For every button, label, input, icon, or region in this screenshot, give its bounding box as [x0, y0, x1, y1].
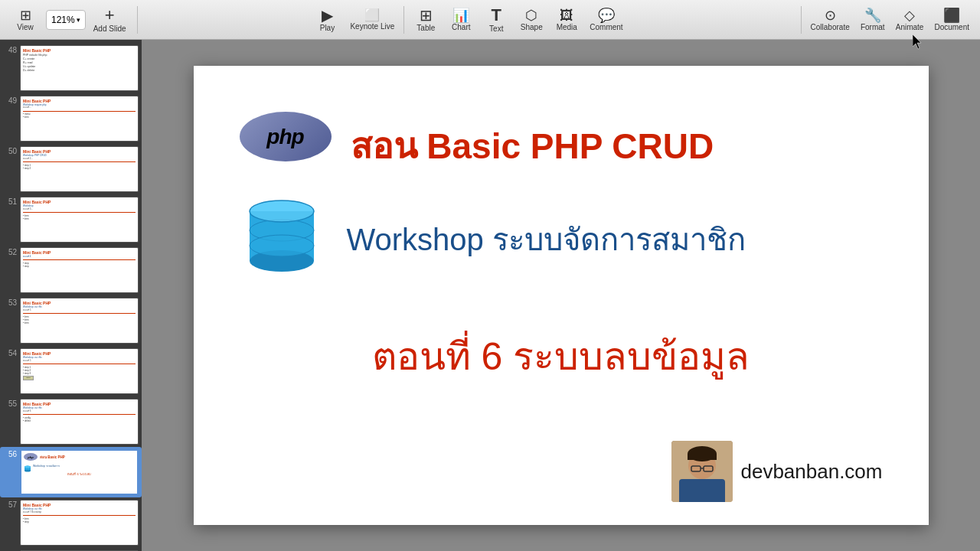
- database-icon: [240, 196, 324, 280]
- separator-3: [801, 6, 802, 34]
- slide-panel[interactable]: 48 Mini Basic PHP PHP include file.phpC+…: [0, 40, 142, 551]
- avatar-area: devbanban.com: [671, 441, 882, 502]
- slide-number-48: 48: [3, 45, 17, 54]
- slide-number-53: 53: [3, 298, 17, 307]
- separator-1: [137, 6, 138, 34]
- add-slide-label: Add Slide: [93, 24, 126, 33]
- shape-label: Shape: [521, 23, 543, 31]
- toolbar: ⊞ View 121% ▾ + Add Slide ▶ Play ⬜ Keyno…: [0, 0, 980, 40]
- svg-rect-18: [688, 454, 717, 460]
- slide-item-52[interactable]: 52 Mini Basic PHP ตอนที่ 4 • step• step: [0, 245, 142, 295]
- text-button[interactable]: T Text: [479, 5, 513, 34]
- comment-icon: 💬: [598, 8, 615, 22]
- slide-thumbnail-48: Mini Basic PHP PHP include file.phpC+ cr…: [20, 45, 139, 91]
- slide-item-55[interactable]: 55 Mini Basic PHP Workshop: สมาชิก ตอนที…: [0, 396, 142, 447]
- keynote-live-icon: ⬜: [364, 9, 380, 21]
- comment-button[interactable]: 💬 Comment: [585, 7, 627, 33]
- keynote-live-button[interactable]: ⬜ Keynote Live: [345, 8, 399, 32]
- separator-2: [403, 6, 404, 34]
- shape-button[interactable]: ⬡ Shape: [514, 7, 548, 33]
- chart-label: Chart: [452, 23, 470, 31]
- media-label: Media: [557, 23, 577, 31]
- slide-item-53[interactable]: 53 Mini Basic PHP Workshop: สมาชิก ตอนที…: [0, 295, 142, 346]
- svg-rect-15: [679, 479, 725, 502]
- text-icon: T: [492, 7, 501, 24]
- collaborate-label: Collaborate: [811, 23, 850, 31]
- slide-item-56[interactable]: 56 php สอน Basic PHP: [0, 447, 142, 497]
- document-label: Document: [934, 23, 969, 31]
- episode-text: ตอนที่ 6 ระบบลบข้อมูล: [270, 326, 852, 386]
- slide-number-51: 51: [3, 197, 17, 206]
- shape-icon: ⬡: [525, 8, 537, 22]
- main-area: 48 Mini Basic PHP PHP include file.phpC+…: [0, 40, 980, 551]
- slide-number-54: 54: [3, 348, 17, 357]
- slide-item-54[interactable]: 54 Mini Basic PHP Workshop: สมาชิก ตอนที…: [0, 346, 142, 396]
- slide-canvas[interactable]: php สอน Basic PHP CRUD: [142, 40, 980, 551]
- slide-number-56: 56: [3, 449, 17, 458]
- slide-thumbnail-50: Mini Basic PHP Workshop: PHP CRUD ตอนที่…: [20, 146, 139, 192]
- play-icon: ▶: [322, 8, 333, 23]
- slide-thumbnail-57: Mini Basic PHP Workshop: สมาชิก ตอนที่ 7…: [20, 500, 139, 546]
- document-button[interactable]: ⬛ Document: [929, 7, 974, 33]
- slide-title: สอน Basic PHP CRUD: [351, 118, 714, 174]
- slide-number-52: 52: [3, 247, 17, 256]
- media-icon: 🖼: [560, 8, 573, 22]
- workshop-text: Workshop ระบบจัดการสมาชิก: [347, 215, 746, 264]
- site-name: devbanban.com: [740, 460, 882, 484]
- keynote-live-label: Keynote Live: [350, 22, 394, 31]
- slide-thumbnail-51: Mini Basic PHP Workshop ตอนที่ 3... • it…: [20, 197, 139, 243]
- slide-item-49[interactable]: 49 Mini Basic PHP Workshop: require php …: [0, 93, 142, 144]
- slide-number-57: 57: [3, 500, 17, 509]
- slide-thumbnail-55: Mini Basic PHP Workshop: สมาชิก ตอนที่ 6…: [20, 399, 139, 445]
- slide-number-49: 49: [3, 96, 17, 105]
- comment-label: Comment: [590, 23, 622, 31]
- text-label: Text: [489, 24, 503, 33]
- avatar-image: [671, 441, 733, 502]
- slide-item-50[interactable]: 50 Mini Basic PHP Workshop: PHP CRUD ตอน…: [0, 144, 142, 194]
- animate-icon: ◇: [904, 8, 915, 22]
- view-label: View: [17, 23, 34, 31]
- table-button[interactable]: ⊞ Table: [409, 6, 443, 34]
- slide-thumbnail-49: Mini Basic PHP Workshop: require php ตอน…: [20, 96, 139, 142]
- chart-button[interactable]: 📊 Chart: [444, 7, 478, 33]
- table-icon: ⊞: [420, 8, 433, 23]
- slide-number-55: 55: [3, 399, 17, 408]
- slide-main: php สอน Basic PHP CRUD: [194, 66, 929, 525]
- zoom-value: 121%: [51, 15, 75, 25]
- format-button[interactable]: 🔧 Format: [856, 7, 890, 33]
- add-slide-icon: +: [105, 7, 115, 24]
- chart-icon: 📊: [452, 8, 469, 22]
- collaborate-icon: ⊙: [825, 8, 836, 22]
- format-icon: 🔧: [864, 8, 881, 22]
- slide-item-57[interactable]: 57 Mini Basic PHP Workshop: สมาชิก ตอนที…: [0, 497, 142, 548]
- format-label: Format: [861, 23, 885, 31]
- zoom-button[interactable]: 121% ▾: [46, 10, 86, 30]
- animate-button[interactable]: ◇ Animate: [891, 7, 929, 33]
- play-label: Play: [320, 24, 335, 32]
- svg-point-4: [24, 466, 31, 468]
- php-logo: php: [240, 112, 332, 165]
- document-icon: ⬛: [943, 8, 960, 22]
- slide-number-50: 50: [3, 146, 17, 155]
- view-icon: ⊞: [20, 8, 31, 22]
- animate-label: Animate: [896, 23, 924, 31]
- slide-item-48[interactable]: 48 Mini Basic PHP PHP include file.phpC+…: [0, 43, 142, 93]
- play-button[interactable]: ▶ Play: [310, 6, 344, 34]
- zoom-chevron: ▾: [77, 16, 80, 24]
- table-label: Table: [416, 24, 435, 32]
- slide-thumbnail-53: Mini Basic PHP Workshop: สมาชิก ตอนที่ 5…: [20, 298, 139, 344]
- slide-thumbnail-52: Mini Basic PHP ตอนที่ 4 • step• step: [20, 247, 139, 293]
- slide-thumbnail-56: php สอน Basic PHP: [20, 449, 139, 495]
- collaborate-button[interactable]: ⊙ Collaborate: [806, 7, 854, 33]
- add-slide-button[interactable]: + Add Slide: [87, 5, 132, 34]
- media-button[interactable]: 🖼 Media: [550, 7, 583, 33]
- php-logo-text: php: [266, 125, 303, 149]
- slide-thumbnail-54: Mini Basic PHP Workshop: สมาชิก ตอนที่ 5…: [20, 348, 139, 394]
- view-button[interactable]: ⊞ View: [6, 7, 44, 33]
- slide-item-58[interactable]: 58 Mini Basic PHP Database Workshop: PHP…: [0, 548, 142, 551]
- slide-item-51[interactable]: 51 Mini Basic PHP Workshop ตอนที่ 3... •…: [0, 194, 142, 245]
